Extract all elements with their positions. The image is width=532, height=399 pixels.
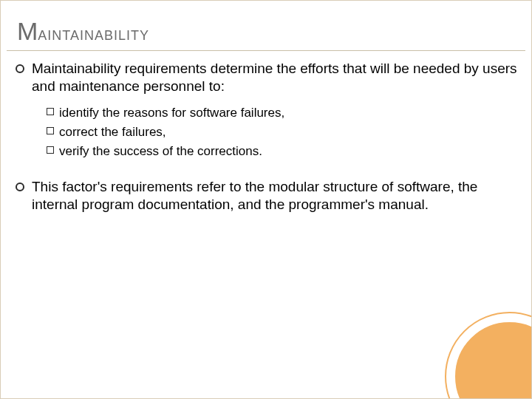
sub-item-3-text: verify the success of the corrections. [59,142,262,161]
title-rest: aintainability [38,22,149,44]
sub-item-2-text: correct the failures, [59,123,166,142]
ring-bullet-icon [16,64,24,73]
slide-title: Maintainability [7,1,525,51]
bullet-1-text: Maintainability requirements determine t… [32,60,521,96]
sub-item-1: identify the reasons for software failur… [47,103,521,123]
sub-list: identify the reasons for software failur… [47,103,521,162]
square-bullet-icon [47,146,54,154]
sub-item-2: correct the failures, [47,123,521,142]
sub-item-1-text: identify the reasons for software failur… [59,103,284,123]
square-bullet-icon [47,108,54,115]
ring-bullet-icon [16,183,24,191]
title-capital: M [17,17,38,45]
decorative-circle [445,312,532,399]
slide-body: Maintainability requirements determine t… [1,51,531,214]
bullet-2: This factor's requirements refer to the … [11,178,521,214]
sub-item-3: verify the success of the corrections. [47,142,521,161]
bullet-2-text: This factor's requirements refer to the … [32,178,521,214]
bullet-1: Maintainability requirements determine t… [11,60,521,96]
square-bullet-icon [47,127,54,134]
